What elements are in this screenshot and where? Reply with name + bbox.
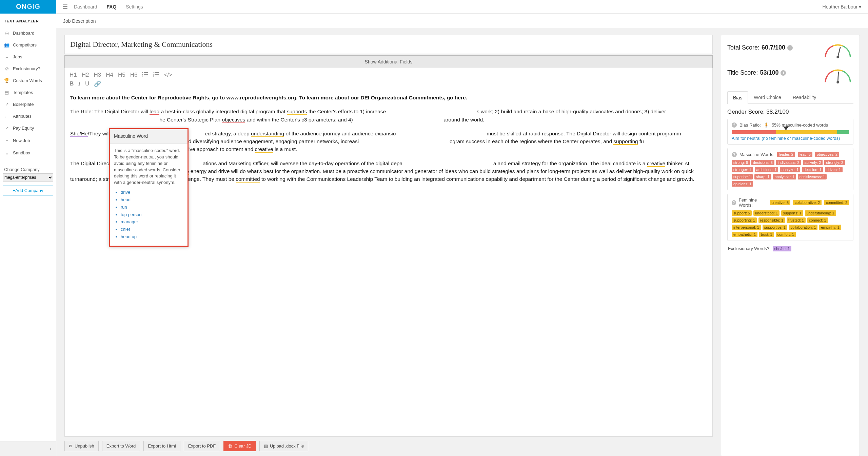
sidebar-item-new-job[interactable]: ＋New Job	[0, 134, 56, 147]
flag-lead[interactable]: lead	[150, 109, 159, 115]
help-icon[interactable]: ?	[732, 200, 736, 205]
italic-button[interactable]: I	[78, 80, 80, 88]
company-select[interactable]: mega-enterprises	[3, 173, 53, 182]
bold-button[interactable]: B	[70, 80, 74, 88]
fem-badge[interactable]: empathy: 1	[819, 225, 841, 230]
flag-supports[interactable]: supports	[287, 109, 307, 115]
h2-button[interactable]: H2	[82, 72, 89, 78]
suggestion-head[interactable]: head	[121, 197, 183, 203]
h1-button[interactable]: H1	[70, 72, 77, 78]
underline-button[interactable]: U	[85, 80, 89, 88]
show-additional-fields-button[interactable]: Show Additional Fields	[64, 55, 713, 68]
masc-badge[interactable]: leader: 2	[777, 152, 795, 157]
h5-button[interactable]: H5	[118, 72, 125, 78]
suggestion-manager[interactable]: manager	[121, 219, 183, 225]
sidebar-item-competitors[interactable]: 👥Competitors	[0, 39, 56, 51]
nav-faq[interactable]: FAQ	[107, 4, 117, 10]
nav-dashboard[interactable]: Dashboard	[74, 4, 97, 10]
link-icon[interactable]: 🔗	[94, 80, 101, 88]
fem-badge[interactable]: comfort: 1	[776, 232, 796, 237]
fem-badge[interactable]: creative: 5	[770, 200, 790, 205]
add-company-button[interactable]: +Add Company	[3, 186, 53, 195]
masc-badge[interactable]: actively: 2	[803, 160, 823, 165]
masc-badge[interactable]: strongly: 2	[824, 160, 845, 165]
menu-toggle-icon[interactable]: ☰	[56, 3, 74, 11]
help-icon[interactable]: ?	[732, 152, 737, 157]
masc-badge[interactable]: lead: 5	[798, 152, 812, 157]
flag-committed[interactable]: committed	[236, 176, 260, 183]
flag-objectives[interactable]: objectives	[222, 117, 245, 123]
fem-badge[interactable]: supportive: 1	[763, 225, 787, 230]
fem-badge[interactable]: support: 5	[732, 210, 752, 216]
flag-creative[interactable]: creative	[255, 146, 273, 153]
job-title-input[interactable]: Digital Director, Marketing & Communicat…	[64, 35, 713, 54]
fem-badge[interactable]: understanding: 1	[805, 210, 836, 216]
masc-badge[interactable]: strong: 6	[732, 160, 750, 165]
flag-shehe[interactable]: She/He	[70, 131, 88, 137]
unpublish-button[interactable]: ✉Unpublish	[64, 441, 99, 451]
export-pdf-button[interactable]: Export to PDF	[184, 441, 220, 451]
tab-word-choice[interactable]: Word Choice	[748, 91, 787, 103]
masc-badge[interactable]: decisiveness: 1	[798, 174, 827, 179]
h4-button[interactable]: H4	[106, 72, 113, 78]
code-icon[interactable]: </>	[164, 72, 172, 78]
sidebar-item-boilerplate[interactable]: ↗Boilerplate	[0, 98, 56, 110]
nav-settings[interactable]: Settings	[126, 4, 143, 10]
suggestion-top-person[interactable]: top person	[121, 212, 183, 218]
fem-badge[interactable]: supporting: 1	[732, 217, 757, 223]
flag-understanding[interactable]: understanding	[251, 131, 284, 137]
sidebar-item-exclusionary[interactable]: ⊘Exclusionary?	[0, 63, 56, 75]
editor-body[interactable]: To learn more about the Center for Repro…	[64, 91, 713, 437]
masc-badge[interactable]: decisions: 3	[751, 160, 774, 165]
export-html-button[interactable]: Export to Html	[143, 441, 180, 451]
aim-neutral-link[interactable]: Aim for neutral (no feminine or masculin…	[732, 136, 849, 141]
masc-badge[interactable]: superior: 1	[732, 174, 753, 179]
masc-badge[interactable]: analyze: 1	[780, 167, 800, 172]
sidebar-item-dashboard[interactable]: ◎Dashboard	[0, 27, 56, 39]
flag-creative-2[interactable]: creative	[647, 160, 665, 167]
suggestion-drive[interactable]: drive	[121, 189, 183, 196]
flag-supporting[interactable]: supporting	[613, 138, 638, 145]
masc-badge[interactable]: objectives: 2	[815, 152, 839, 157]
clear-jd-button[interactable]: 🗑Clear JD	[223, 441, 256, 451]
collapse-sidebar-icon[interactable]: ‹	[0, 441, 56, 456]
export-word-button[interactable]: Export to Word	[102, 441, 140, 451]
number-list-icon[interactable]: 123	[153, 72, 159, 78]
fem-badge[interactable]: trust: 1	[759, 232, 774, 237]
fem-badge[interactable]: committed: 2	[824, 200, 849, 205]
masc-badge[interactable]: individuals: 2	[776, 160, 801, 165]
sidebar-item-sandbox[interactable]: ⤓Sandbox	[0, 147, 56, 159]
upload-docx-button[interactable]: ▤Upload .docx File	[259, 441, 308, 451]
masc-badge[interactable]: driven: 1	[825, 167, 843, 172]
masc-badge[interactable]: stronger: 1	[732, 167, 753, 172]
fem-badge[interactable]: empathetic: 1	[732, 232, 757, 237]
info-icon[interactable]: i	[781, 70, 786, 76]
fem-badge[interactable]: connect: 1	[807, 217, 828, 223]
masc-badge[interactable]: opinions: 1	[732, 181, 753, 187]
fem-badge[interactable]: responsible: 1	[758, 217, 785, 223]
fem-badge[interactable]: interpersonal: 1	[732, 225, 761, 230]
help-icon[interactable]: ?	[732, 122, 737, 128]
fem-badge[interactable]: understood: 1	[753, 210, 780, 216]
suggestion-chief[interactable]: chief	[121, 226, 183, 233]
info-icon[interactable]: i	[787, 45, 793, 51]
user-menu[interactable]: Heather Barbour ▾	[823, 4, 868, 10]
fem-badge[interactable]: collaborative: 2	[793, 200, 822, 205]
fem-badge[interactable]: trusted: 1	[787, 217, 806, 223]
masc-badge[interactable]: decision: 1	[802, 167, 823, 172]
sidebar-item-pay-equity[interactable]: ↗Pay Equity	[0, 122, 56, 134]
sidebar-item-jobs[interactable]: ≡Jobs	[0, 51, 56, 63]
suggestion-head-up[interactable]: head up	[121, 234, 183, 240]
tab-bias[interactable]: Bias	[727, 91, 748, 104]
h6-button[interactable]: H6	[130, 72, 138, 78]
suggestion-run[interactable]: run	[121, 204, 183, 211]
fem-badge[interactable]: supports: 1	[781, 210, 803, 216]
sidebar-item-attributes[interactable]: ≔Attributes	[0, 110, 56, 122]
masc-badge[interactable]: analytical: 1	[773, 174, 796, 179]
sidebar-item-custom-words[interactable]: 🏆Custom Words	[0, 75, 56, 87]
bullet-list-icon[interactable]	[142, 72, 148, 78]
tab-readability[interactable]: Readability	[787, 91, 822, 103]
fem-badge[interactable]: collaboration: 1	[789, 225, 818, 230]
masc-badge[interactable]: sharp: 1	[754, 174, 771, 179]
h3-button[interactable]: H3	[94, 72, 101, 78]
